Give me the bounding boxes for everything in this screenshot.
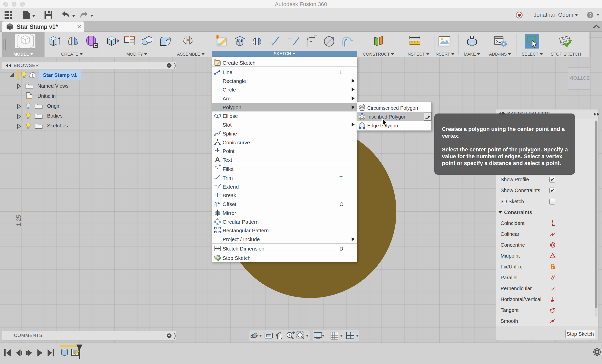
- svg-text:A: A: [215, 156, 220, 163]
